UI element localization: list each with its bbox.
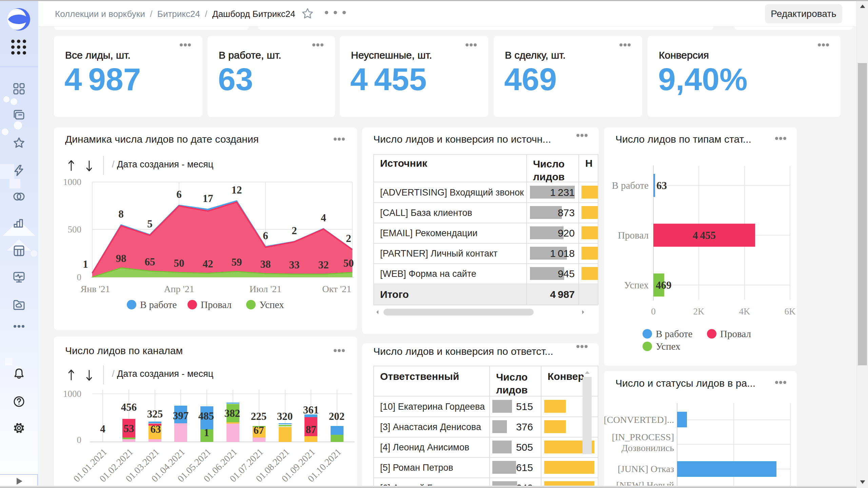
svg-text:Успех: Успех <box>259 299 284 310</box>
svg-text:Успех: Успех <box>624 280 649 290</box>
svg-text:456: 456 <box>121 401 137 413</box>
svg-text:1: 1 <box>83 258 88 270</box>
svg-text:Дозвонились: Дозвонились <box>622 443 674 453</box>
svg-text:[IN_PROCESS]: [IN_PROCESS] <box>612 432 674 442</box>
svg-text:4 455: 4 455 <box>693 229 716 241</box>
svg-text:4: 4 <box>321 212 326 224</box>
svg-text:65: 65 <box>145 256 155 268</box>
svg-text:6: 6 <box>176 188 182 200</box>
svg-text:6K: 6K <box>785 306 796 317</box>
svg-text:Провал: Провал <box>720 328 751 339</box>
svg-text:397: 397 <box>173 410 189 422</box>
svg-text:32: 32 <box>318 259 329 271</box>
svg-text:42: 42 <box>203 258 213 270</box>
svg-text:33: 33 <box>289 259 300 271</box>
svg-text:Провал: Провал <box>201 299 232 310</box>
svg-text:53: 53 <box>124 423 134 434</box>
svg-text:4K: 4K <box>739 306 751 317</box>
svg-text:1: 1 <box>204 427 209 439</box>
svg-text:[JUNK] Отказ: [JUNK] Отказ <box>618 464 674 474</box>
svg-text:Успех: Успех <box>656 341 680 352</box>
svg-text:2: 2 <box>346 232 351 244</box>
svg-text:Провал: Провал <box>618 230 649 241</box>
svg-text:320: 320 <box>277 410 293 422</box>
svg-text:Апр '21: Апр '21 <box>164 284 194 294</box>
svg-text:17: 17 <box>203 192 213 204</box>
svg-text:[CONVERTED]...: [CONVERTED]... <box>604 414 674 425</box>
svg-text:382: 382 <box>224 407 240 419</box>
svg-text:2: 2 <box>292 225 297 237</box>
svg-text:Окт '21: Окт '21 <box>322 284 351 294</box>
svg-text:2K: 2K <box>693 306 705 317</box>
svg-text:98: 98 <box>116 252 126 264</box>
svg-text:67: 67 <box>254 424 264 436</box>
svg-text:0: 0 <box>77 272 82 282</box>
svg-text:63: 63 <box>656 180 667 191</box>
svg-text:4: 4 <box>100 423 105 435</box>
svg-text:1000: 1000 <box>63 177 81 187</box>
svg-text:0: 0 <box>77 435 82 445</box>
svg-text:202: 202 <box>329 410 345 422</box>
svg-text:361: 361 <box>303 404 319 416</box>
svg-text:225: 225 <box>251 410 267 422</box>
svg-text:8: 8 <box>118 208 124 220</box>
svg-text:Июл '21: Июл '21 <box>250 284 281 294</box>
svg-text:59: 59 <box>232 256 242 268</box>
svg-text:5: 5 <box>147 218 153 230</box>
svg-text:87: 87 <box>306 424 316 435</box>
svg-text:50: 50 <box>174 257 184 269</box>
svg-text:Янв '21: Янв '21 <box>81 284 110 294</box>
svg-text:63: 63 <box>151 423 161 435</box>
svg-text:38: 38 <box>260 258 271 270</box>
svg-text:6: 6 <box>263 230 268 242</box>
svg-text:В работе: В работе <box>612 180 649 191</box>
svg-text:500: 500 <box>68 224 82 235</box>
svg-text:50: 50 <box>343 257 354 269</box>
svg-text:469: 469 <box>656 279 672 291</box>
svg-text:325: 325 <box>147 408 163 420</box>
svg-text:В работе: В работе <box>656 328 692 339</box>
svg-text:12: 12 <box>232 184 242 196</box>
svg-text:В работе: В работе <box>140 299 177 310</box>
svg-text:485: 485 <box>198 410 214 422</box>
svg-text:0: 0 <box>651 306 656 317</box>
svg-text:1000: 1000 <box>63 389 81 399</box>
